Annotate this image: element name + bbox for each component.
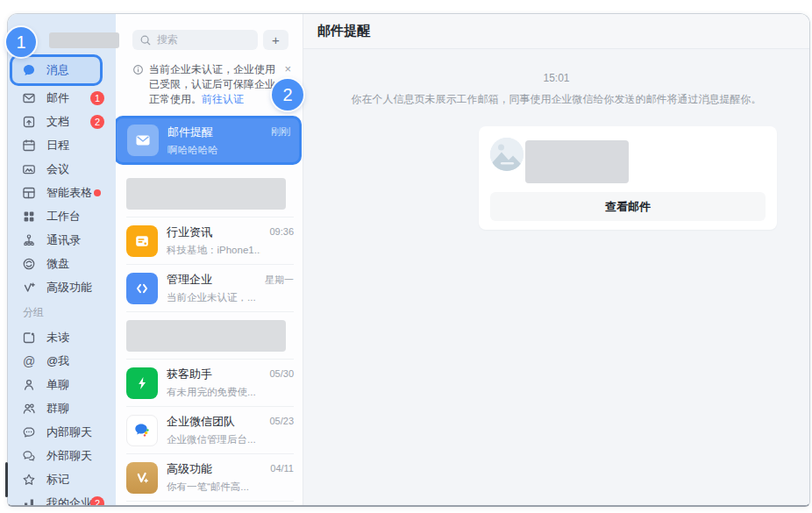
- chat-item-industry-news[interactable]: 行业资讯 科技基地：iPhone1... 09:36: [126, 217, 294, 265]
- sidebar-item-my-enterprise[interactable]: 我的企业 2: [8, 491, 116, 507]
- screenshot-stage: 消息 邮件 1 文档 2 日程: [0, 0, 812, 513]
- sidebar-item-schedule[interactable]: 日程: [8, 133, 116, 157]
- go-verify-link[interactable]: 前往认证: [202, 93, 244, 105]
- close-icon[interactable]: ×: [284, 62, 291, 75]
- message-timestamp: 15:01: [303, 72, 809, 84]
- conversation-header: 邮件提醒: [303, 14, 809, 49]
- search-input[interactable]: 搜索: [132, 30, 258, 50]
- chat-item-advanced-features[interactable]: 高级功能 你有一笔“邮件高... 04/11: [126, 454, 294, 502]
- sidebar-item-meeting[interactable]: 会议: [8, 157, 116, 181]
- sidebar-item-docs[interactable]: 文档 2: [8, 110, 116, 133]
- sidebar-item-label: 会议: [46, 161, 69, 177]
- chat-time: 04/11: [270, 463, 294, 474]
- sidebar-item-mentions[interactable]: @ @我: [8, 349, 116, 373]
- chat-title: 管理企业: [167, 272, 256, 288]
- search-placeholder: 搜索: [157, 32, 178, 47]
- chat-item-redacted[interactable]: [126, 312, 294, 360]
- mail-message-card: 查看邮件: [479, 126, 777, 230]
- verification-banner: 当前企业未认证，企业使用已受限，认证后可保障企业正常使用。前往认证 ×: [116, 50, 303, 116]
- chat-item-mail-reminder[interactable]: 邮件提醒 啊哈哈哈哈 刚刚: [116, 116, 302, 165]
- unread-square-icon: [22, 331, 36, 345]
- sidebar-item-label: 日程: [46, 138, 69, 153]
- sidebar-item-label: 群聊: [46, 401, 69, 417]
- annotation-step-2: 2: [272, 79, 303, 110]
- sidebar-item-label: 标记: [46, 472, 69, 488]
- lightning-icon: [126, 367, 158, 399]
- chat-subtitle: 当前企业未认证，...: [167, 291, 256, 304]
- search-icon: [139, 34, 152, 46]
- sidebar-item-drive[interactable]: 微盘: [8, 252, 116, 275]
- sidebar-item-single-chat[interactable]: 单聊: [8, 373, 116, 396]
- chat-subtitle: 科技基地：iPhone1...: [167, 244, 260, 257]
- sidebar-item-internal-chat[interactable]: 内部聊天: [8, 420, 116, 444]
- sidebar-item-label: 工作台: [46, 209, 81, 224]
- chat-item-wecom-team[interactable]: 企业微信团队 企业微信管理后台... 05/23: [126, 407, 294, 454]
- sidebar-item-advanced[interactable]: 高级功能: [8, 275, 116, 299]
- unread-badge: 2: [90, 115, 104, 129]
- sidebar-item-label: 邮件: [46, 90, 69, 106]
- left-edge-scrollbar[interactable]: [5, 462, 8, 497]
- sidebar-item-external-chat[interactable]: 外部聊天: [8, 444, 116, 467]
- chat-item-customer-assistant[interactable]: 获客助手 有未用完的免费使... 05/30: [126, 360, 294, 407]
- sidebar-section-groups: 分组: [8, 299, 116, 325]
- info-icon: [132, 64, 144, 107]
- person-icon: [22, 378, 36, 392]
- redacted-block: [126, 320, 286, 352]
- chat-time: 05/30: [269, 368, 294, 379]
- sidebar-item-label: 未读: [46, 330, 69, 346]
- sidebar-item-workbench[interactable]: 工作台: [8, 204, 116, 228]
- advanced-features-badge-icon: [126, 462, 158, 494]
- chat-title: 企业微信团队: [167, 414, 260, 430]
- view-mail-button[interactable]: 查看邮件: [490, 192, 766, 221]
- chat-subtitle: 企业微信管理后台...: [167, 433, 260, 446]
- calendar-icon: [22, 139, 36, 153]
- chat-time: 星期一: [265, 274, 294, 287]
- at-icon: @: [22, 354, 36, 368]
- unread-badge: 1: [90, 91, 104, 105]
- sidebar-item-marked[interactable]: 标记: [8, 467, 116, 491]
- chat-subtitle: 有未用完的免费使...: [167, 386, 260, 399]
- chat-title: 邮件提醒: [167, 125, 262, 140]
- sidebar-item-label: 外部聊天: [46, 448, 92, 464]
- banner-text: 当前企业未认证，企业使用已受限，认证后可保障企业正常使用。前往认证: [149, 62, 281, 107]
- chat-item-manage-enterprise[interactable]: 管理企业 当前企业未认证，... 星期一: [126, 265, 294, 312]
- chat-title: 高级功能: [167, 461, 261, 477]
- system-notice: 你在个人信息页未展示工作邮箱，同事使用企业微信给你发送的邮件将通过消息提醒你。: [303, 92, 809, 107]
- sidebar-item-mail[interactable]: 邮件 1: [8, 86, 116, 110]
- meeting-icon: [22, 162, 36, 176]
- sidebar-item-label: 通讯录: [46, 232, 81, 248]
- sidebar-item-group-chat[interactable]: 群聊: [8, 396, 116, 420]
- chat-item-redacted[interactable]: [126, 170, 294, 217]
- chat-time: 刚刚: [271, 125, 290, 139]
- conversation-body: 15:01 你在个人信息页未展示工作邮箱，同事使用企业微信给你发送的邮件将通过消…: [303, 49, 809, 505]
- sidebar-item-smart-table[interactable]: 智能表格: [8, 181, 116, 204]
- sidebar: 消息 邮件 1 文档 2 日程: [8, 14, 116, 505]
- annotation-step-1: 1: [6, 27, 36, 57]
- chat-list: 邮件提醒 啊哈哈哈哈 刚刚 行业资讯 科技基地：iPhone1...: [116, 116, 303, 505]
- sidebar-item-unread[interactable]: 未读: [8, 325, 116, 349]
- bubble-dots-icon: [22, 425, 36, 439]
- sidebar-item-label: 微盘: [46, 256, 69, 272]
- wecom-main-window: 消息 邮件 1 文档 2 日程: [7, 13, 810, 507]
- chat-subtitle: 你有一笔“邮件高...: [167, 481, 261, 494]
- table-grid-icon: [22, 186, 36, 200]
- mail-subject-redacted: [525, 140, 629, 183]
- sidebar-item-label: 单聊: [46, 377, 69, 393]
- sidebar-item-label: 我的企业: [46, 495, 92, 508]
- unread-badge: 2: [90, 496, 104, 508]
- mail-reminder-icon: [127, 125, 159, 156]
- sidebar-item-messages[interactable]: 消息: [10, 54, 103, 86]
- industry-news-icon: [126, 225, 158, 257]
- sidebar-item-label: 智能表格: [46, 185, 92, 201]
- org-chart-icon: [22, 233, 36, 247]
- manage-enterprise-icon: [126, 273, 158, 304]
- sidebar-item-label: 内部聊天: [46, 424, 92, 440]
- sidebar-item-label: 高级功能: [46, 280, 92, 296]
- sidebar-item-contacts[interactable]: 通讯录: [8, 228, 116, 252]
- chat-bubble-icon: [22, 63, 36, 77]
- sidebar-item-label: @我: [46, 353, 69, 369]
- people-icon: [22, 402, 36, 416]
- notification-dot: [94, 189, 101, 196]
- add-button[interactable]: +: [263, 30, 288, 50]
- document-upload-icon: [22, 115, 36, 129]
